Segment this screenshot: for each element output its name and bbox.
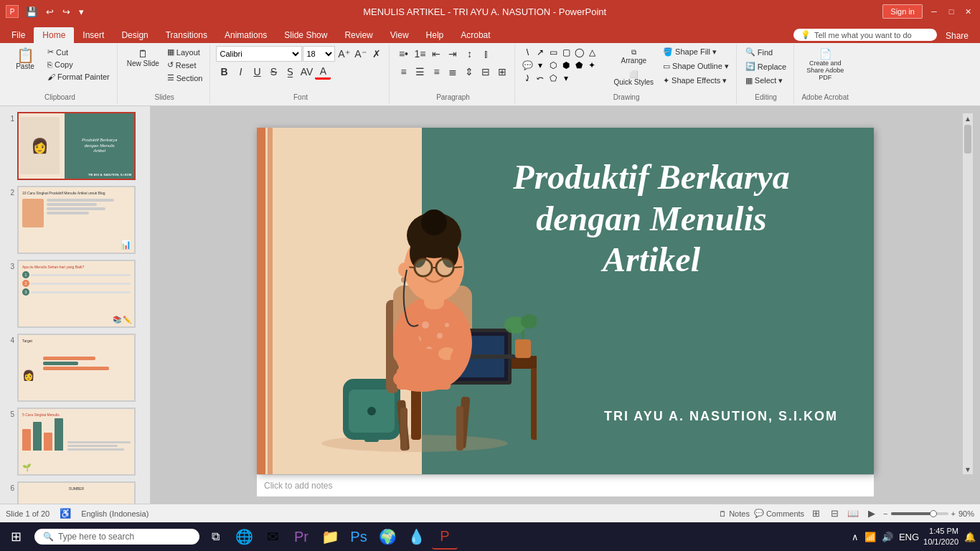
smartart-button[interactable]: ⊞ [494,64,510,80]
shape3[interactable]: ⬢ [560,59,573,72]
align-text-button[interactable]: ⊟ [478,64,494,80]
slide-sorter-button[interactable]: ⊟ [827,507,842,521]
tab-animations[interactable]: Animations [216,27,275,43]
network-icon[interactable]: 📶 [864,532,876,542]
copy-button[interactable]: ⎘ Copy [44,59,113,70]
premiere-app[interactable]: Pr [288,524,314,550]
task-view-button[interactable]: ⧉ [202,524,228,550]
shape5[interactable]: ✦ [585,59,598,72]
tab-slideshow[interactable]: Slide Show [275,27,336,43]
section-button[interactable]: ☰ Section [164,72,206,84]
slide-thumbnail-4[interactable]: 4 Target 👩 [3,332,147,403]
files-app[interactable]: 📁 [317,524,343,550]
format-painter-button[interactable]: 🖌 Format Painter [44,71,113,83]
tell-me-bar[interactable]: 💡 Tell me what you want to do [793,29,937,41]
share-button[interactable]: Share [937,31,977,41]
tray-up-icon[interactable]: ∧ [852,532,859,542]
taskbar-search[interactable]: 🔍 Type here to search [34,529,199,545]
save-button[interactable]: 💾 [23,5,40,19]
font-color-button[interactable]: A [315,64,331,80]
layout-button[interactable]: ▦ Layout [164,46,206,58]
tab-file[interactable]: File [3,27,34,43]
italic-button[interactable]: I [232,64,248,80]
close-button[interactable]: ✕ [963,6,974,17]
justify-button[interactable]: ≣ [445,64,461,80]
arrow-shape[interactable]: ↗ [534,46,547,59]
tab-review[interactable]: Review [336,27,381,43]
tab-insert[interactable]: Insert [74,27,113,43]
increase-font-button[interactable]: A⁺ [336,46,352,62]
reading-view-button[interactable]: 📖 [846,507,860,521]
expand-shapes[interactable]: ▾ [560,72,573,85]
replace-button[interactable]: 🔄 Replace [743,60,789,72]
strikethrough-button[interactable]: S [265,64,281,80]
increase-indent-button[interactable]: ⇥ [445,46,461,62]
photoshop-app[interactable]: Ps [346,524,372,550]
oval-shape[interactable]: ◯ [573,46,585,59]
quick-styles-button[interactable]: ⬜ Quick Styles [610,68,657,88]
slide-img-3[interactable]: Apa itu Menulis Sehari-hari yang Baik? 1… [17,260,136,328]
select-button[interactable]: ▦ Select ▾ [743,75,786,87]
undo-button[interactable]: ↩ [43,5,57,19]
numbering-button[interactable]: 1≡ [412,46,428,62]
tab-help[interactable]: Help [418,27,453,43]
slide-img-2[interactable]: 10 Cara Singkat Produktif Menulis Artike… [17,186,136,254]
slide-img-5[interactable]: 5 Cara Singkat Menulis 🌱 [17,408,136,476]
clear-formatting-button[interactable]: ✗ [369,46,385,62]
minimize-button[interactable]: ─ [928,6,940,17]
browser2-app[interactable]: 🌍 [374,524,400,550]
align-left-button[interactable]: ≡ [395,64,411,80]
tab-transitions[interactable]: Transitions [157,27,216,43]
slide-thumbnail-5[interactable]: 5 5 Cara Singkat Menulis [3,406,147,477]
shape-effects-button[interactable]: ✦ Shape Effects ▾ [660,75,732,87]
find-button[interactable]: 🔍 Find [743,46,776,58]
zoom-slider[interactable] [891,512,948,515]
slide-img-6[interactable]: SUMBER [17,481,136,504]
scroll-down-arrow[interactable]: ▼ [963,464,973,474]
arrange-button[interactable]: ⧉ Arrange [610,46,657,67]
slide-thumbnail-6[interactable]: 6 SUMBER [3,480,147,504]
comments-button[interactable]: 💬 Comments [754,509,804,518]
align-center-button[interactable]: ☰ [412,64,428,80]
slide-canvas[interactable]: Produktif Berkarya dengan Menulis Artike… [257,128,874,474]
shape8[interactable]: ⬠ [547,72,560,85]
scroll-thumb[interactable] [964,125,971,154]
slide-thumbnail-2[interactable]: 2 10 Cara Singkat Produktif Menulis Arti… [3,184,147,255]
slideshow-button[interactable]: ▶ [864,507,879,521]
sign-in-button[interactable]: Sign in [882,4,923,19]
tab-acrobat[interactable]: Acrobat [452,27,499,43]
maximize-button[interactable]: □ [946,6,957,17]
font-family-select[interactable]: Calibri [216,46,302,62]
vertical-scrollbar[interactable]: ▲ ▼ [963,113,973,474]
bullets-button[interactable]: ≡• [395,46,411,62]
volume-icon[interactable]: 🔊 [882,532,893,542]
shape7[interactable]: ⤺ [534,72,547,85]
slide-notes[interactable]: Click to add notes [257,474,874,496]
notification-button[interactable]: 🔔 [963,529,977,544]
zoom-out-button[interactable]: − [883,509,887,518]
callout-shape[interactable]: 💬 [521,59,534,72]
zoom-in-button[interactable]: + [951,509,956,518]
line-shape[interactable]: \ [521,46,534,59]
tab-home[interactable]: Home [34,27,74,43]
cut-button[interactable]: ✂ Cut [44,46,113,58]
shape2[interactable]: ⬡ [547,59,560,72]
round-rect-shape[interactable]: ▢ [560,46,573,59]
chrome-app[interactable]: 🌐 [231,524,257,550]
align-right-button[interactable]: ≡ [428,64,444,80]
font-size-select[interactable]: 18 [303,46,335,62]
slide-img-4[interactable]: Target 👩 [17,334,136,402]
slide-thumbnail-1[interactable]: 1 Produktif Berkaryadengan MenulisArtike… [3,110,147,182]
system-clock[interactable]: 1:45 PM 10/1/2020 [923,526,958,548]
text-direction-button[interactable]: ⇕ [461,64,477,80]
mail-app[interactable]: ✉ [260,524,286,550]
customize-button[interactable]: ▾ [76,5,87,19]
line-spacing-button[interactable]: ↕ [461,46,477,62]
paste-button[interactable]: 📋 Paste [7,46,43,72]
normal-view-button[interactable]: ⊞ [809,507,823,521]
slide-img-1[interactable]: Produktif Berkaryadengan MenulisArtikel … [17,112,136,180]
accessibility-icon[interactable]: ♿ [58,507,72,521]
columns-button[interactable]: ⫿ [478,46,494,62]
notes-button[interactable]: 🗒 Notes [719,509,750,518]
powerpoint-app[interactable]: P [432,524,458,550]
